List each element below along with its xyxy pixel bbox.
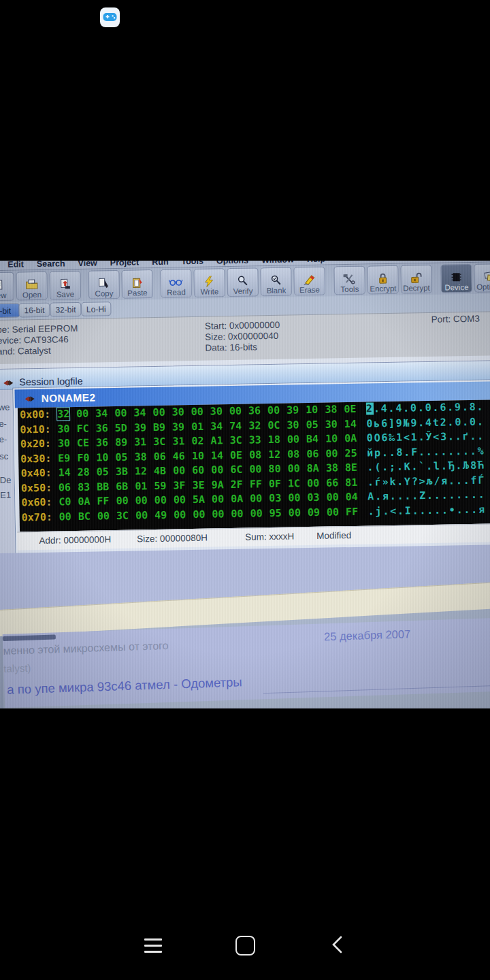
toolbar-button-label: Save [56,290,74,298]
webpage-date: 25 декабря 2007 [324,627,411,643]
photo-of-monitor: Edit Search View Project Run Tools Optio… [0,261,490,708]
menu-item-project[interactable]: Project [110,261,140,267]
toolbar-button-label: Blank [266,287,286,295]
status-modified: Modified [316,530,351,541]
buffer-window-icon [24,394,35,404]
menu-item-view[interactable]: View [78,261,97,267]
hex-ascii[interactable]: 0О6‰1<1.Ў<3..ґ.. [367,429,485,446]
log-fragment: sc [0,451,8,461]
lock-closed-icon [376,273,390,284]
gamepad-icon [103,12,117,22]
lightning-icon [203,276,216,287]
device-type: Type: Serial EEPROM [0,323,78,335]
back-icon[interactable] [331,935,343,954]
hex-ascii[interactable]: .ѓ»k.Y?>љ/я...fЃ [368,473,486,490]
hex-address: 0x00 [20,408,51,423]
toolbar-button-label: Device [444,283,468,292]
hex-editor[interactable]: 0x00 32 00 34 00 34 00 30 00 30 00 36 00… [18,399,490,532]
toolbar-button-verify[interactable]: Verify [227,267,259,297]
menu-item-edit[interactable]: Edit [7,261,24,269]
toolbar-button-label: Copy [95,289,113,297]
toolbar-button-encrypt[interactable]: Encrypt [367,265,399,295]
open-folder-icon [25,279,39,290]
toolbar-button-save[interactable]: Save [49,271,81,300]
log-fragment: De [0,475,12,485]
log-fragment: e- [0,419,7,429]
toolbar-button-label: Read [167,288,186,296]
recents-hamburger-icon[interactable] [144,938,162,957]
game-mode-icon[interactable] [100,7,120,27]
webpage-divider [263,685,490,693]
menu-item-window[interactable]: Window [261,261,294,265]
magnifier-icon [236,276,250,287]
hex-address: 0x30 [20,451,52,466]
menu-item-tools[interactable]: Tools [181,261,203,266]
hex-address: 0x60 [21,495,52,510]
toolbar-button-write[interactable]: Write [193,268,225,297]
hex-ascii[interactable]: А.я....Z........ [368,488,486,505]
tab-lohi[interactable]: Lo-Hi [81,301,111,316]
menu-item-run[interactable]: Run [152,261,169,267]
new-file-icon [0,280,5,291]
hex-ascii[interactable]: .ј.<.I.....•...я [368,502,486,519]
toolbar-button-label: Paste [127,289,148,297]
toolbar-button-device[interactable]: Device [440,264,472,293]
toolbar-button-decrypt[interactable]: Decrypt [400,265,432,294]
hex-ascii[interactable]: 2.4.4.0.0.6.9.8. [366,400,485,417]
selected-byte[interactable]: 32 [57,408,69,420]
menu-item-options[interactable]: Options [216,261,248,265]
hex-address: 0x50 [21,480,52,495]
toolbar-button-label: Options [476,282,490,291]
buffer-window-title: NONAME2 [42,391,96,404]
toolbar-button-label: Write [201,287,219,295]
programmer-app: Edit Search View Project Run Tools Optio… [0,261,490,708]
phone-screenshot: Edit Search View Project Run Tools Optio… [0,0,490,980]
tab-16bit[interactable]: 16-bit [18,303,50,318]
menu-item-search[interactable]: Search [37,261,65,269]
toolbar-button-paste[interactable]: Paste [121,270,153,299]
toolbar-button-open[interactable]: Open [16,272,48,301]
hex-address: 0x70 [22,510,53,525]
toolbar-button-tools[interactable]: Tools [333,266,365,295]
toolbar-button-new[interactable]: New [0,272,14,301]
home-icon[interactable] [235,936,255,956]
paste-icon [131,277,144,288]
toolbar-button-blank[interactable]: Blank [260,267,292,296]
menu-item-help[interactable]: Help [307,261,325,264]
hex-address: 0x20 [20,437,52,452]
toolbar-button-erase[interactable]: Erase [293,267,325,296]
status-sum: Sum: xxxxH [245,531,294,542]
webpage-text: менно этой микросхемы от этого [3,640,169,657]
webpage-text: talyst) [3,662,31,674]
status-size: Size: 00000080H [137,533,208,544]
save-icon [59,278,72,289]
toolbar-button-label: Encrypt [370,284,396,293]
toolbar-button-label: New [0,291,7,299]
toolbar-button-options[interactable]: Options [474,263,490,293]
selected-ascii[interactable]: 2 [366,402,374,414]
eraser-icon [303,274,316,285]
obscured-text-fragment [3,634,56,641]
toolbar-button-label: Verify [233,287,252,295]
toolbar-button-copy[interactable]: Copy [88,270,120,299]
hex-address: 0x40 [20,466,52,481]
android-nav-bar [0,926,490,966]
tab-32bit[interactable]: 32-bit [50,302,81,317]
log-fragment: e- [0,434,7,444]
port-label: Port: COM3 [431,314,480,325]
hex-ascii[interactable]: .(.;.K.`.l.Ђ.Љ8Ћ [367,459,485,476]
toolbar-button-label: Open [22,291,42,299]
toolbar-button-read[interactable]: Read [160,269,192,298]
hex-ascii[interactable]: 0ь6]9№9.4t2.0.0. [366,414,485,431]
webpage-link[interactable]: а по упе микра 93c46 атмел - Одометры [7,674,242,697]
cards-icon [483,271,490,282]
magnifier-check-icon [270,275,283,286]
hex-ascii[interactable]: йр..8.F........% [367,444,485,461]
log-fragment: we [0,402,10,412]
toolbar-button-label: Erase [299,286,320,295]
toolbar-button-label: Decrypt [403,284,430,293]
tab-8bit[interactable]: 8-bit [0,303,20,318]
data-width: Data: 16-bits [205,342,257,353]
tools-icon [343,274,357,284]
buffer-size: Size: 0x00000040 [205,331,278,342]
